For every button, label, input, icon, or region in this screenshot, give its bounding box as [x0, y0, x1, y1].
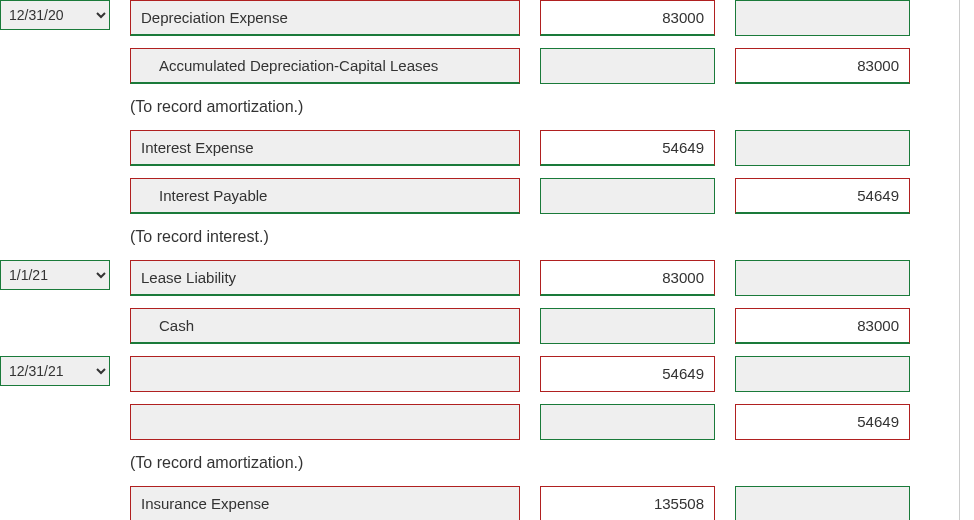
account-field[interactable]: Interest Expense: [130, 130, 520, 166]
vertical-divider: [959, 0, 960, 520]
entry-caption: (To record interest.): [130, 226, 520, 248]
credit-field[interactable]: 54649: [735, 178, 910, 214]
debit-field[interactable]: [540, 178, 715, 214]
entry-caption: (To record amortization.): [130, 452, 520, 474]
credit-field[interactable]: [735, 130, 910, 166]
account-field[interactable]: Accumulated Depreciation-Capital Leases: [130, 48, 520, 84]
account-field[interactable]: Insurance Expense: [130, 486, 520, 520]
date-select-1[interactable]: 12/31/20: [0, 0, 110, 30]
credit-field[interactable]: [735, 260, 910, 296]
credit-field[interactable]: [735, 0, 910, 36]
account-field[interactable]: Lease Liability: [130, 260, 520, 296]
debit-field[interactable]: 135508: [540, 486, 715, 520]
debit-field[interactable]: 83000: [540, 260, 715, 296]
credit-field[interactable]: 83000: [735, 308, 910, 344]
credit-field[interactable]: 54649: [735, 404, 910, 440]
debit-field[interactable]: 54649: [540, 356, 715, 392]
credit-field[interactable]: [735, 486, 910, 520]
account-field[interactable]: Interest Payable: [130, 178, 520, 214]
account-field[interactable]: [130, 404, 520, 440]
account-field[interactable]: Cash: [130, 308, 520, 344]
debit-field[interactable]: [540, 404, 715, 440]
credit-field[interactable]: [735, 356, 910, 392]
account-field[interactable]: [130, 356, 520, 392]
debit-field[interactable]: [540, 48, 715, 84]
debit-field[interactable]: 54649: [540, 130, 715, 166]
debit-field[interactable]: 83000: [540, 0, 715, 36]
date-select-2[interactable]: 1/1/21: [0, 260, 110, 290]
account-field[interactable]: Depreciation Expense: [130, 0, 520, 36]
journal-grid: 12/31/20 Depreciation Expense 83000 Accu…: [0, 0, 974, 520]
date-select-3[interactable]: 12/31/21: [0, 356, 110, 386]
credit-field[interactable]: 83000: [735, 48, 910, 84]
entry-caption: (To record amortization.): [130, 96, 520, 118]
debit-field[interactable]: [540, 308, 715, 344]
